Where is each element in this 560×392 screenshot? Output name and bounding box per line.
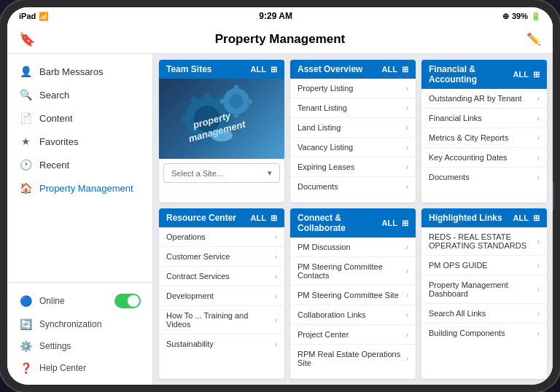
svg-rect-12 [234, 85, 238, 91]
list-item[interactable]: Key Accounting Dates› [421, 148, 547, 168]
chevron-right-icon: › [406, 163, 408, 171]
sidebar-bottom: 🔵 Online 🔄 Synchronization ⚙️ Settings [7, 282, 152, 385]
chevron-right-icon: › [406, 104, 408, 112]
list-item[interactable]: Property Management Dashboard› [421, 275, 547, 304]
chevron-right-icon: › [537, 286, 540, 294]
list-item[interactable]: Collaboration Links› [290, 305, 416, 325]
team-sites-all-label[interactable]: ALL [251, 65, 266, 74]
list-item[interactable]: Property Listing› [290, 79, 416, 98]
list-item[interactable]: Development› [159, 286, 284, 306]
sidebar-item-favorites[interactable]: ★ Favorites [7, 130, 152, 153]
team-sites-title: Team Sites [166, 64, 211, 74]
list-item[interactable]: Metrics & City Reports› [421, 128, 547, 148]
sidebar-item-recent[interactable]: 🕐 Recent [7, 153, 152, 176]
connect-body: PM Discussion› PM Steering Committee Con… [290, 238, 416, 372]
online-toggle[interactable] [114, 294, 141, 308]
sidebar: 👤 Barb Messaros 🔍 Search 📄 Content ★ Fav… [7, 54, 153, 385]
list-item[interactable]: Documents› [421, 168, 547, 187]
chevron-right-icon: › [537, 329, 540, 337]
highlighted-title: Highlighted Links [429, 213, 502, 223]
connect-all-label[interactable]: ALL [382, 219, 397, 227]
chevron-right-icon: › [537, 95, 540, 103]
list-item[interactable]: PM Steering Committee Contacts› [290, 257, 416, 286]
resource-body: Operations› Customer Service› Contract S… [159, 227, 284, 353]
chevron-right-icon: › [406, 331, 408, 339]
svg-rect-2 [204, 93, 210, 102]
app-header: 🔖 Property Management ✏️ [7, 25, 553, 54]
sidebar-label-settings: Settings [39, 341, 71, 351]
highlighted-body: REDS - REAL ESTATE OPERATING STANDARDS› … [421, 227, 547, 342]
sidebar-item-sync[interactable]: 🔄 Synchronization [7, 313, 152, 335]
help-icon: ❓ [19, 362, 32, 374]
chevron-right-icon: › [406, 291, 408, 299]
financial-all-label[interactable]: ALL [513, 70, 529, 79]
site-select[interactable]: Select a Site... ▾ [163, 163, 280, 183]
resource-center-card: Resource Center ALL ⊞ Operations› Custom… [159, 208, 284, 379]
content-grid: Team Sites ALL ⊞ [153, 54, 553, 385]
online-icon: 🔵 [19, 295, 32, 307]
highlighted-all-label[interactable]: ALL [513, 213, 529, 222]
list-item[interactable]: RPM Real Estate Operations Site› [290, 345, 416, 372]
asset-overview-header: Asset Overview ALL ⊞ [290, 60, 416, 79]
chevron-right-icon: › [537, 154, 540, 162]
wifi-icon: 📶 [39, 12, 49, 21]
screen-icon: ⊕ [502, 12, 509, 21]
asset-overview-card: Asset Overview ALL ⊞ Property Listing› T… [290, 60, 416, 203]
connect-grid-icon: ⊞ [402, 219, 408, 228]
chevron-right-icon: › [275, 273, 277, 281]
list-item[interactable]: PM Discussion› [290, 238, 416, 257]
highlighted-grid-icon: ⊞ [533, 213, 540, 223]
sidebar-label-search: Search [39, 90, 69, 101]
content-icon: 📄 [19, 112, 32, 124]
asset-all-label[interactable]: ALL [382, 65, 397, 74]
grid-icon: ⊞ [271, 65, 277, 74]
sidebar-item-settings[interactable]: ⚙️ Settings [7, 335, 152, 357]
asset-grid-icon: ⊞ [402, 65, 408, 74]
list-item[interactable]: Contract Services› [159, 267, 284, 286]
list-item[interactable]: Customer Service› [159, 247, 284, 267]
list-item[interactable]: Project Center› [290, 325, 416, 345]
resource-all-label[interactable]: ALL [251, 213, 266, 222]
list-item[interactable]: Documents› [290, 177, 416, 196]
list-item[interactable]: PM Steering Committee Site› [290, 286, 416, 305]
highlighted-links-card: Highlighted Links ALL ⊞ REDS - REAL ESTA… [421, 208, 547, 379]
sidebar-item-online[interactable]: 🔵 Online [7, 289, 152, 313]
chevron-right-icon: › [406, 355, 408, 363]
sync-icon: 🔄 [19, 318, 32, 330]
clock-icon: 🕐 [19, 159, 32, 170]
svg-point-11 [229, 94, 244, 109]
device-label: iPad [19, 12, 36, 20]
list-item[interactable]: PM OPS GUIDE› [421, 256, 547, 275]
sidebar-item-help[interactable]: ❓ Help Center [7, 357, 152, 379]
list-item[interactable]: Tenant Listing› [290, 98, 416, 118]
list-item[interactable]: Operations› [159, 227, 284, 247]
connect-header: Connect & Collaborate ALL ⊞ [290, 208, 416, 238]
sidebar-item-content[interactable]: 📄 Content [7, 106, 152, 130]
chevron-right-icon: › [537, 134, 540, 142]
list-item[interactable]: Vacancy Listing› [290, 138, 416, 157]
list-item[interactable]: Building Components› [421, 324, 547, 342]
sidebar-item-property[interactable]: 🏠 Property Management [7, 176, 152, 200]
list-item[interactable]: REDS - REAL ESTATE OPERATING STANDARDS› [421, 227, 547, 256]
list-item[interactable]: How To ... Training and Videos› [159, 306, 284, 334]
edit-icon[interactable]: ✏️ [526, 32, 541, 46]
bookmark-icon[interactable]: 🔖 [19, 31, 35, 47]
page-title: Property Management [215, 32, 346, 47]
list-item[interactable]: Sustainability› [159, 334, 284, 353]
sidebar-item-user[interactable]: 👤 Barb Messaros [7, 60, 152, 83]
chevron-right-icon: › [537, 114, 540, 122]
list-item[interactable]: Land Listing› [290, 118, 416, 138]
list-item[interactable]: Expiring Leases› [290, 157, 416, 177]
sidebar-label-recent: Recent [39, 160, 69, 170]
sidebar-item-search[interactable]: 🔍 Search [7, 83, 152, 106]
chevron-right-icon: › [537, 262, 540, 270]
settings-icon: ⚙️ [19, 340, 32, 352]
list-item[interactable]: Outstanding AR by Tenant› [421, 89, 547, 109]
list-item[interactable]: Search All Links› [421, 304, 547, 324]
chevron-right-icon: › [275, 233, 277, 241]
financial-body: Outstanding AR by Tenant› Financial Link… [421, 89, 547, 187]
financial-accounting-card: Financial & Accounting ALL ⊞ Outstanding… [421, 60, 547, 203]
chevron-right-icon: › [275, 340, 277, 348]
battery-level: 39% [512, 12, 528, 20]
list-item[interactable]: Financial Links› [421, 109, 547, 128]
